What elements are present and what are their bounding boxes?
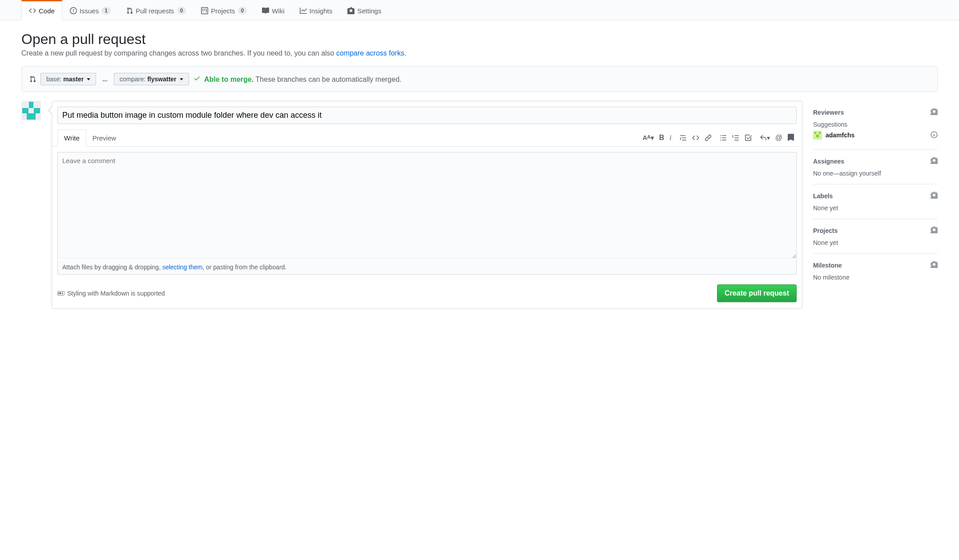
pull-requests-count: 0 <box>177 7 186 15</box>
graph-icon <box>300 7 307 14</box>
chevron-down-icon <box>180 78 183 80</box>
git-pull-request-icon <box>126 7 133 14</box>
tab-code-label: Code <box>39 7 55 15</box>
attach-text-a: Attach files by dragging & dropping, <box>62 264 162 271</box>
suggested-username: adamfchs <box>826 132 854 139</box>
projects-title: Projects <box>813 227 838 234</box>
projects-text: None yet <box>813 239 938 246</box>
italic-icon[interactable]: i <box>669 134 671 142</box>
saved-reply-icon[interactable] <box>788 134 794 142</box>
svg-rect-9 <box>816 135 819 137</box>
assignees-title: Assignees <box>813 158 844 165</box>
info-icon[interactable] <box>931 131 938 140</box>
write-tab[interactable]: Write <box>57 129 86 147</box>
milestone-text: No milestone <box>813 274 938 281</box>
tab-projects-label: Projects <box>211 7 235 15</box>
tab-issues-label: Issues <box>80 7 99 15</box>
page-subhead: Create a new pull request by comparing c… <box>21 49 938 57</box>
projects-count: 0 <box>238 7 247 15</box>
compare-ellipsis: ... <box>101 76 109 83</box>
milestone-gear-icon[interactable] <box>931 261 938 269</box>
svg-rect-7 <box>814 132 816 134</box>
merge-status: Able to merge. These branches can be aut… <box>193 75 402 84</box>
labels-text: None yet <box>813 204 938 212</box>
tab-issues[interactable]: Issues 1 <box>62 0 118 20</box>
reviewer-suggestion[interactable]: adamfchs <box>813 128 938 142</box>
svg-rect-3 <box>34 108 40 113</box>
tab-wiki[interactable]: Wiki <box>254 0 292 20</box>
page-title: Open a pull request <box>21 31 938 48</box>
tab-insights-label: Insights <box>310 7 333 15</box>
svg-rect-2 <box>22 108 28 113</box>
quote-icon[interactable] <box>680 134 687 141</box>
suggestions-label: Suggestions <box>813 121 938 128</box>
markdown-hint-text: Styling with Markdown is supported <box>67 290 165 297</box>
base-branch: master <box>63 76 84 83</box>
pr-title-input[interactable] <box>57 107 797 124</box>
assignees-gear-icon[interactable] <box>931 157 938 165</box>
mention-icon[interactable]: @ <box>775 134 782 142</box>
markdown-toolbar: AA▾ B i ▾ <box>643 134 797 142</box>
svg-rect-8 <box>819 132 821 134</box>
comment-textarea[interactable] <box>57 152 797 259</box>
labels-gear-icon[interactable] <box>931 192 938 200</box>
issue-icon <box>70 7 77 14</box>
gear-icon <box>347 7 355 14</box>
labels-title: Labels <box>813 192 833 200</box>
tab-projects[interactable]: Projects 0 <box>193 0 254 20</box>
select-files-link[interactable]: selecting them <box>162 264 202 271</box>
tab-pull-requests-label: Pull requests <box>136 7 174 15</box>
task-list-icon[interactable] <box>745 134 752 141</box>
attach-hint: Attach files by dragging & dropping, sel… <box>57 260 797 275</box>
projects-gear-icon[interactable] <box>931 226 938 235</box>
compare-across-forks-link[interactable]: compare across forks <box>336 49 404 57</box>
git-compare-icon <box>29 76 36 83</box>
issues-count: 1 <box>101 7 111 15</box>
assign-yourself-link[interactable]: assign yourself <box>839 170 881 177</box>
preview-tab[interactable]: Preview <box>86 130 122 146</box>
user-avatar <box>21 101 41 120</box>
tab-insights[interactable]: Insights <box>292 0 340 20</box>
svg-point-12 <box>934 132 935 133</box>
repo-tabnav: Code Issues 1 Pull requests 0 Projects 0… <box>0 0 959 20</box>
base-branch-select[interactable]: base: master <box>40 73 96 85</box>
chevron-down-icon <box>87 78 90 80</box>
merge-able-text: Able to merge. <box>204 76 254 83</box>
reviewers-gear-icon[interactable] <box>931 108 938 116</box>
reply-icon[interactable]: ▾ <box>760 134 770 141</box>
comment-form: Write Preview AA▾ B i <box>52 101 802 309</box>
svg-rect-4 <box>27 113 36 120</box>
editor-tabs: Write Preview AA▾ B i <box>52 129 802 147</box>
heading-icon[interactable]: AA▾ <box>643 134 654 141</box>
book-icon <box>262 7 269 14</box>
subhead-text-a: Create a new pull request by comparing c… <box>21 49 336 57</box>
milestone-title: Milestone <box>813 262 842 269</box>
suggested-avatar <box>813 131 822 140</box>
attach-text-b: , or pasting from the clipboard. <box>202 264 286 271</box>
ordered-list-icon[interactable] <box>732 134 739 141</box>
assignees-text: No one— <box>813 170 839 177</box>
check-icon <box>193 75 201 82</box>
compare-bar: base: master ... compare: flyswatter Abl… <box>21 66 938 92</box>
tab-pull-requests[interactable]: Pull requests 0 <box>118 0 193 20</box>
code-icon[interactable] <box>692 134 699 141</box>
tab-settings[interactable]: Settings <box>340 0 389 20</box>
tab-wiki-label: Wiki <box>272 7 284 15</box>
code-icon <box>29 7 36 14</box>
compare-branch-select[interactable]: compare: flyswatter <box>114 73 189 85</box>
reviewers-title: Reviewers <box>813 109 844 116</box>
compare-label: compare: <box>120 76 145 83</box>
svg-rect-1 <box>29 102 33 108</box>
create-pull-request-button[interactable]: Create pull request <box>717 284 797 302</box>
sidebar: Reviewers Suggestions adamfchs Assignees… <box>813 101 938 288</box>
base-label: base: <box>46 76 61 83</box>
markdown-hint[interactable]: Styling with Markdown is supported <box>57 290 165 297</box>
tab-settings-label: Settings <box>357 7 381 15</box>
project-icon <box>201 7 208 14</box>
bold-icon[interactable]: B <box>659 134 665 142</box>
tab-code[interactable]: Code <box>21 0 62 20</box>
markdown-icon <box>57 290 64 297</box>
link-icon[interactable] <box>705 134 712 141</box>
unordered-list-icon[interactable] <box>720 134 727 141</box>
subhead-text-b: . <box>404 49 406 57</box>
